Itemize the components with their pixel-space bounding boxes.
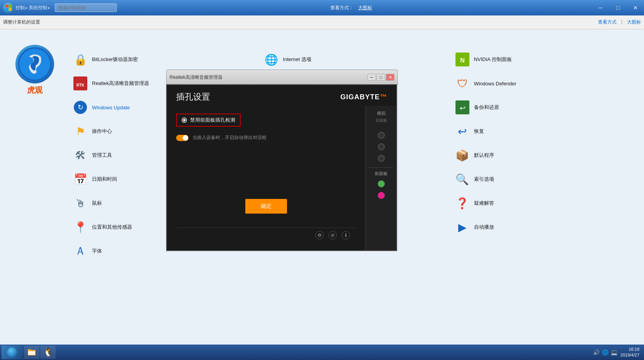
- sidebar-section1-sub: 后面板: [369, 118, 393, 123]
- windows-orb[interactable]: [3, 2, 14, 13]
- realtek-dialog: 插孔设置 GIGABYTE™ 禁用前面板插孔检测: [166, 84, 397, 251]
- sidebar-section2-label: 前面板: [369, 171, 393, 177]
- search-input[interactable]: [55, 3, 117, 12]
- minimize-button[interactable]: ─: [592, 2, 609, 13]
- option-row-1: 禁用前面板插孔检测: [176, 114, 356, 127]
- info-icon[interactable]: ℹ: [342, 231, 350, 239]
- dialog-footer: 确定: [176, 193, 356, 220]
- tray-time: 16:18: [620, 346, 639, 352]
- toggle-row: 当插入设备时，开启自动弹出对话框: [176, 134, 356, 141]
- jack-rear-1[interactable]: [378, 132, 385, 139]
- toggle-label: 当插入设备时，开启自动弹出对话框: [192, 134, 267, 141]
- toggle-switch[interactable]: [176, 135, 189, 141]
- taskbar-app-2[interactable]: 🐧: [40, 346, 56, 359]
- dialog-brand: GIGABYTE™: [340, 93, 387, 101]
- taskbar-apps: 🐧: [24, 346, 56, 359]
- top-taskbar-right: 查看方式： 大图标: [330, 5, 378, 11]
- breadcrumb: 控制 ▸ 系统控制 ▸: [15, 5, 50, 11]
- window-controls: ─ □ ✕: [592, 2, 644, 13]
- realtek-bg-close[interactable]: ✕: [386, 74, 394, 81]
- breadcrumb-item-2[interactable]: 系统控制: [29, 5, 47, 11]
- brand-tm: ™: [380, 93, 387, 101]
- realtek-bg-controls: ─ □ ✕: [367, 74, 394, 81]
- maximize-button[interactable]: □: [609, 2, 627, 13]
- dialog-bottom-icons: ⚙ ⊘ ℹ: [176, 228, 356, 243]
- close-button[interactable]: ✕: [627, 2, 644, 13]
- top-taskbar: 控制 ▸ 系统控制 ▸ 查看方式： 大图标 ─ □ ✕: [0, 0, 644, 15]
- radio-dot-inner: [183, 119, 185, 121]
- dialog-sidebar: 模拟 后面板 前面板: [365, 106, 396, 250]
- svg-rect-3: [9, 8, 12, 11]
- jack-rear-3[interactable]: [378, 155, 385, 162]
- dialog-header: 插孔设置 GIGABYTE™: [167, 85, 396, 106]
- dialog-overlay: Realtek高清晰音频管理器 ─ □ ✕ 插孔设置 GIGABYTE™: [0, 15, 644, 345]
- breadcrumb-sep-2: ▸: [48, 5, 50, 10]
- view-label: 查看方式：: [330, 5, 353, 11]
- tray-icon-sound[interactable]: 🔊: [593, 349, 600, 355]
- view-mode[interactable]: 大图标: [358, 5, 372, 11]
- jack-rear-2[interactable]: [378, 143, 385, 150]
- settings-icon[interactable]: ⚙: [315, 231, 324, 239]
- prohibit-icon[interactable]: ⊘: [328, 231, 337, 239]
- dialog-main-content: 禁用前面板插孔检测 当插入设备时，开启自动弹出对话框 确定: [167, 106, 365, 250]
- realtek-bg-max[interactable]: □: [377, 74, 385, 81]
- dialog-body: 禁用前面板插孔检测 当插入设备时，开启自动弹出对话框 确定: [167, 106, 396, 250]
- toggle-knob: [183, 135, 188, 141]
- svg-rect-0: [5, 5, 8, 8]
- tray-icons: 🔊 🌐 💻: [593, 349, 617, 355]
- top-taskbar-left: 控制 ▸ 系统控制 ▸: [0, 2, 117, 13]
- breadcrumb-sep-1: ▸: [25, 5, 28, 10]
- confirm-button[interactable]: 确定: [245, 199, 287, 214]
- taskbar-app-explorer[interactable]: [24, 346, 39, 359]
- radio-button-1[interactable]: [182, 117, 187, 123]
- svg-rect-2: [5, 8, 8, 11]
- realtek-bg-title: Realtek高清晰音频管理器: [170, 74, 367, 81]
- tray-icon-network[interactable]: 🌐: [602, 349, 608, 355]
- jack-front-2[interactable]: [378, 192, 385, 199]
- sidebar-section1-label: 模拟: [369, 110, 393, 116]
- taskbar-tray: 🔊 🌐 💻 16:18 2019/4/27: [593, 346, 642, 358]
- option-label-1: 禁用前面板插孔检测: [190, 117, 235, 124]
- realtek-bg-min[interactable]: ─: [367, 74, 376, 81]
- start-orb: [7, 347, 17, 357]
- realtek-bg-window: Realtek高清晰音频管理器 ─ □ ✕: [166, 70, 398, 85]
- svg-rect-17: [28, 351, 35, 355]
- jack-front-1[interactable]: [378, 180, 385, 187]
- svg-rect-1: [9, 5, 12, 8]
- option-highlight-box[interactable]: 禁用前面板插孔检测: [176, 114, 241, 127]
- sidebar-divider: [369, 167, 393, 168]
- dialog-title: 插孔设置: [176, 91, 210, 103]
- start-button[interactable]: [2, 345, 22, 359]
- tray-icon-battery[interactable]: 💻: [611, 349, 617, 355]
- tray-clock[interactable]: 16:18 2019/4/27: [620, 346, 639, 358]
- breadcrumb-item-1[interactable]: 控制: [15, 5, 25, 11]
- main-content: 调整计算机的设置 查看方式 | 大图标 虎观 🔒 BitLocker驱动器加密: [0, 15, 644, 345]
- tray-date: 2019/4/27: [620, 352, 639, 358]
- bottom-taskbar: 🐧 🔊 🌐 💻 16:18 2019/4/27: [0, 345, 644, 360]
- svg-rect-16: [28, 349, 31, 351]
